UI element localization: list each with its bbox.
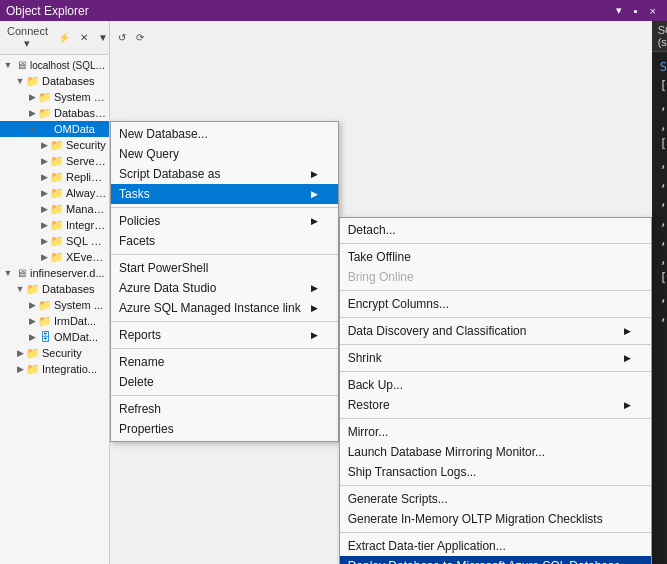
arrow-icon: ▶ [624, 326, 631, 336]
sql-editor: SQLQuery2.sql - inf...(serveradmin (73))… [652, 21, 667, 564]
separator-1 [111, 207, 338, 208]
menu-item-script-database[interactable]: Script Database as ▶ [111, 164, 338, 184]
menu-item-delete[interactable]: Delete [111, 372, 338, 392]
tree-item-omdata[interactable]: ▼ 🗄 OMData [0, 121, 109, 137]
tree-item-databases[interactable]: ▼ 📁 Databases [0, 73, 109, 89]
sql-line-11: ,[Deb... [660, 307, 667, 326]
menu-item-facets[interactable]: Facets [111, 231, 338, 251]
submenu-item-encrypt-columns[interactable]: Encrypt Columns... [340, 294, 651, 314]
separator-5 [111, 395, 338, 396]
arrow-icon: ▶ [624, 400, 631, 410]
object-explorer-toolbar: Connect ▾ ⚡ ✕ ▼ ↺ ⟳ [0, 21, 109, 55]
submenu-item-generate-scripts[interactable]: Generate Scripts... [340, 489, 651, 509]
pin-button[interactable]: ▪ [629, 3, 643, 18]
arrow-icon: ▶ [311, 330, 318, 340]
separator-s1 [340, 243, 651, 244]
auto-hide-button[interactable]: ▾ [611, 3, 627, 18]
separator-s8 [340, 532, 651, 533]
tasks-submenu: Detach... Take Offline Bring Online Encr… [339, 217, 652, 564]
toolbar-btn-2[interactable]: ✕ [76, 30, 92, 45]
panel-title: Object Explorer [6, 4, 89, 18]
arrow-icon: ▶ [311, 283, 318, 293]
tree-item-system-db-2[interactable]: ▶ 📁 System ... [0, 297, 109, 313]
submenu-item-ship-logs[interactable]: Ship Transaction Logs... [340, 462, 651, 482]
separator-s3 [340, 317, 651, 318]
menu-item-policies[interactable]: Policies ▶ [111, 211, 338, 231]
menu-item-new-database[interactable]: New Database... [111, 124, 338, 144]
arrow-icon: ▶ [311, 189, 318, 199]
sql-line-3: ,[ObjectModifiedDate] [660, 116, 667, 154]
menu-item-powershell[interactable]: Start PowerShell [111, 258, 338, 278]
separator-s7 [340, 485, 651, 486]
separator-s5 [340, 371, 651, 372]
submenu-item-mirror[interactable]: Mirror... [340, 422, 651, 442]
title-bar: Object Explorer ▾ ▪ × [0, 0, 667, 21]
sql-code-area[interactable]: SELECT TOP (1000) [Oid] ,[ObjectCreatedD… [652, 52, 667, 333]
tree-root-label: localhost (SQL Server 16.0.1105.1 - INTE… [30, 60, 107, 71]
submenu-item-mirroring-monitor[interactable]: Launch Database Mirroring Monitor... [340, 442, 651, 462]
arrow-icon: ▶ [311, 216, 318, 226]
tree-item-infineserver[interactable]: ▼ 🖥 infineserver.d... [0, 265, 109, 281]
tree-item-replication[interactable]: ▶ 📁 Replicatio... [0, 169, 109, 185]
separator-4 [111, 348, 338, 349]
sql-line-1: SELECT TOP (1000) [Oid] [660, 58, 667, 96]
submenu-item-backup[interactable]: Back Up... [340, 375, 651, 395]
menu-item-tasks[interactable]: Tasks ▶ [111, 184, 338, 204]
submenu-item-bring-online[interactable]: Bring Online [340, 267, 651, 287]
tree-item-server-obj[interactable]: ▶ 📁 Server Obj... [0, 153, 109, 169]
sql-editor-tab[interactable]: SQLQuery2.sql - inf...(serveradmin (73)) [652, 21, 667, 52]
separator-3 [111, 321, 338, 322]
menu-item-new-query[interactable]: New Query [111, 144, 338, 164]
sql-line-8: ,[DossierRootFolder] [660, 231, 667, 250]
toolbar-btn-1[interactable]: ⚡ [54, 30, 74, 45]
submenu-item-take-offline[interactable]: Take Offline [340, 247, 651, 267]
tree-item-irmdata[interactable]: ▶ 📁 IrmDat... [0, 313, 109, 329]
object-explorer-panel: Connect ▾ ⚡ ✕ ▼ ↺ ⟳ ▼ 🖥 localhost (SQL S… [0, 21, 110, 564]
arrow-icon: ▶ [311, 303, 318, 313]
sql-line-7: ,[DossierStructure] [660, 212, 667, 231]
close-panel-button[interactable]: × [645, 3, 661, 18]
menu-item-azure-studio[interactable]: Azure Data Studio ▶ [111, 278, 338, 298]
sql-line-6: ,[IsArchived] [660, 192, 667, 211]
menu-item-reports[interactable]: Reports ▶ [111, 325, 338, 345]
tree-item-security-2[interactable]: ▶ 📁 Security [0, 345, 109, 361]
menu-item-rename[interactable]: Rename [111, 352, 338, 372]
sql-line-5: ,[ObjectModifiedBy] [660, 173, 667, 192]
submenu-item-extract-dac[interactable]: Extract Data-tier Application... [340, 536, 651, 556]
separator-s4 [340, 344, 651, 345]
submenu-item-data-discovery[interactable]: Data Discovery and Classification ▶ [340, 321, 651, 341]
tree-item-xevent[interactable]: ▶ 📁 XEvent Pr... [0, 249, 109, 265]
arrow-icon: ▶ [624, 353, 631, 363]
tree-item-databases-2[interactable]: ▼ 📁 Databases [0, 281, 109, 297]
tree-area: ▼ 🖥 localhost (SQL Server 16.0.1105.1 - … [0, 55, 109, 564]
sql-line-9: ,[InvoiceNumberRange] [660, 250, 667, 288]
submenu-item-shrink[interactable]: Shrink ▶ [340, 348, 651, 368]
arrow-icon: ▶ [311, 169, 318, 179]
tree-item-integration[interactable]: ▶ 📁 Integratio... [0, 217, 109, 233]
submenu-item-detach[interactable]: Detach... [340, 220, 651, 240]
tree-item-security-1[interactable]: ▶ 📁 Security [0, 137, 109, 153]
tree-item-sql-server[interactable]: ▶ 📁 SQL Serv... [0, 233, 109, 249]
tree-root[interactable]: ▼ 🖥 localhost (SQL Server 16.0.1105.1 - … [0, 57, 109, 73]
separator-s6 [340, 418, 651, 419]
separator-s2 [340, 290, 651, 291]
submenu-item-gen-inmemory[interactable]: Generate In-Memory OLTP Migration Checkl… [340, 509, 651, 529]
tree-item-always-on[interactable]: ▶ 📁 Always On [0, 185, 109, 201]
separator-2 [111, 254, 338, 255]
context-menu: New Database... New Query Script Databas… [110, 121, 339, 442]
menu-item-properties[interactable]: Properties [111, 419, 338, 439]
submenu-item-deploy-azure[interactable]: Deploy Database to Microsoft Azure SQL D… [340, 556, 651, 564]
tree-item-omdata-2[interactable]: ▶ 🗄 OMDat... [0, 329, 109, 345]
tree-item-system-db[interactable]: ▶ 📁 System Databases [0, 89, 109, 105]
tree-item-integration-2[interactable]: ▶ 📁 Integratio... [0, 361, 109, 377]
connect-button[interactable]: Connect ▾ [3, 23, 52, 52]
sql-line-10: ,[InvoiceModel] [660, 288, 667, 307]
tree-item-db-snapshots[interactable]: ▶ 📁 Database Snapshots [0, 105, 109, 121]
server-icon: 🖥 [14, 58, 28, 72]
sql-line-2: ,[ObjectCreatedDate] [660, 96, 667, 115]
menu-item-refresh[interactable]: Refresh [111, 399, 338, 419]
menu-item-azure-sql-link[interactable]: Azure SQL Managed Instance link ▶ [111, 298, 338, 318]
sql-line-4: ,[ObjectCreatedBy] [660, 154, 667, 173]
submenu-item-restore[interactable]: Restore ▶ [340, 395, 651, 415]
tree-item-management[interactable]: ▶ 📁 Managem... [0, 201, 109, 217]
